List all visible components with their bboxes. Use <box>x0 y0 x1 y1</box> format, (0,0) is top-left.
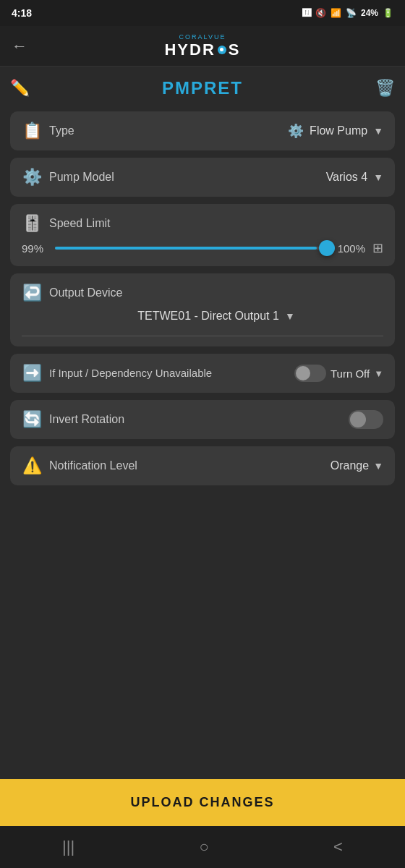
pump-model-row[interactable]: ⚙️ Pump Model Varios 4 ▼ <box>22 168 383 187</box>
speed-slider[interactable] <box>55 247 331 250</box>
output-divider <box>22 336 383 336</box>
calibrate-icon[interactable]: ⊞ <box>372 240 383 256</box>
speed-max-pct: 100% <box>338 242 365 255</box>
type-card: 📋 Type ⚙️ Flow Pump ▼ <box>10 111 395 150</box>
notification-level-label: Notification Level <box>49 459 323 472</box>
output-device-header-row: ↩️ Output Device <box>22 284 383 302</box>
if-input-value: Turn Off <box>331 367 370 380</box>
output-device-dropdown-arrow: ▼ <box>285 310 295 322</box>
status-time: 4:18 <box>12 7 32 19</box>
if-input-control[interactable]: Turn Off ▼ <box>294 365 383 382</box>
notification-icon: ⚠️ <box>22 456 42 475</box>
signal-icon: 📡 <box>346 8 357 18</box>
top-nav: ← CORALVUE HYDR S <box>0 26 405 67</box>
type-dropdown-arrow: ▼ <box>373 125 383 137</box>
nav-home-icon[interactable]: ○ <box>199 838 208 856</box>
speed-controls: 99% 100% ⊞ <box>22 240 383 256</box>
flow-pump-icon: ⚙️ <box>288 123 304 139</box>
main-content: ✏️ PMPRET 🗑️ 📋 Type ⚙️ Flow Pump ▼ ⚙️ Pu… <box>0 67 405 494</box>
output-section: ↩️ Output Device TETWE01 - Direct Output… <box>22 284 383 336</box>
notification-level-card: ⚠️ Notification Level Orange ▼ <box>10 446 395 485</box>
speed-slider-thumb[interactable] <box>319 240 335 256</box>
notification-level-row: ⚠️ Notification Level Orange ▼ <box>22 456 383 475</box>
notification-level-dropdown-arrow: ▼ <box>373 460 383 472</box>
output-device-value-row[interactable]: TETWE01 - Direct Output 1 ▼ <box>22 310 383 323</box>
logo-dot-icon <box>218 46 226 54</box>
wifi-icon: 📶 <box>331 8 341 18</box>
edit-icon[interactable]: ✏️ <box>10 79 30 98</box>
bottom-nav-bar: ||| ○ < <box>0 826 405 868</box>
speed-header: 🎚️ Speed Limit <box>22 214 383 233</box>
speed-current-pct: 99% <box>22 242 48 255</box>
output-device-icon: ↩️ <box>22 284 42 302</box>
invert-rotation-card: 🔄 Invert Rotation <box>10 400 395 439</box>
status-icons: 🅽 🔇 📶 📡 24% 🔋 <box>302 8 393 18</box>
speed-section: 🎚️ Speed Limit 99% 100% ⊞ <box>22 214 383 256</box>
page-title: PMPRET <box>162 78 243 98</box>
type-icon: 📋 <box>22 122 42 140</box>
invert-rotation-label: Invert Rotation <box>49 413 341 426</box>
upload-changes-button[interactable]: UPLOAD CHANGES <box>0 779 405 826</box>
upload-button-container: UPLOAD CHANGES <box>0 779 405 826</box>
output-device-card: ↩️ Output Device TETWE01 - Direct Output… <box>10 273 395 346</box>
if-input-card: ➡️ If Input / Dependency Unavailable Tur… <box>10 354 395 393</box>
invert-rotation-icon: 🔄 <box>22 410 42 429</box>
logo-text-right: S <box>229 41 241 59</box>
speed-slider-fill <box>55 247 317 250</box>
output-device-value: TETWE01 - Direct Output 1 <box>137 310 279 323</box>
speed-limit-label: Speed Limit <box>49 217 111 230</box>
back-button[interactable]: ← <box>12 37 27 56</box>
nfc-icon: 🅽 <box>302 8 311 18</box>
pump-model-value-container[interactable]: Varios 4 ▼ <box>122 171 383 184</box>
status-bar: 4:18 🅽 🔇 📶 📡 24% 🔋 <box>0 0 405 26</box>
notification-level-value: Orange <box>331 459 369 472</box>
pump-model-card: ⚙️ Pump Model Varios 4 ▼ <box>10 158 395 197</box>
pump-model-icon: ⚙️ <box>22 168 42 187</box>
pump-model-value: Varios 4 <box>326 171 368 184</box>
if-input-row: ➡️ If Input / Dependency Unavailable Tur… <box>22 364 383 383</box>
logo-subtitle: CORALVUE <box>179 33 226 41</box>
battery-level: 24% <box>361 8 378 18</box>
app-logo: CORALVUE HYDR S <box>164 33 240 59</box>
volume-icon: 🔇 <box>315 8 326 18</box>
if-input-icon: ➡️ <box>22 364 42 383</box>
type-value: Flow Pump <box>310 124 367 137</box>
invert-rotation-toggle[interactable] <box>349 410 383 429</box>
type-value-container[interactable]: ⚙️ Flow Pump ▼ <box>100 123 383 139</box>
invert-rotation-row: 🔄 Invert Rotation <box>22 410 383 429</box>
if-input-dropdown-arrow: ▼ <box>374 368 383 379</box>
speed-limit-card: 🎚️ Speed Limit 99% 100% ⊞ <box>10 204 395 266</box>
delete-icon[interactable]: 🗑️ <box>375 79 395 98</box>
nav-back-icon[interactable]: < <box>333 838 343 856</box>
type-label: Type <box>49 124 93 137</box>
notification-level-control[interactable]: Orange ▼ <box>331 459 383 472</box>
type-row[interactable]: 📋 Type ⚙️ Flow Pump ▼ <box>22 122 383 140</box>
speed-limit-icon: 🎚️ <box>22 214 42 233</box>
pump-model-label: Pump Model <box>49 171 114 184</box>
logo-title: HYDR S <box>164 41 240 59</box>
pump-model-dropdown-arrow: ▼ <box>373 171 383 183</box>
if-input-label: If Input / Dependency Unavailable <box>49 366 287 380</box>
if-input-toggle[interactable] <box>294 365 326 382</box>
output-device-label: Output Device <box>49 286 122 299</box>
nav-menu-icon[interactable]: ||| <box>62 838 74 856</box>
logo-text-left: HYDR <box>164 41 215 59</box>
battery-icon: 🔋 <box>383 8 393 18</box>
title-row: ✏️ PMPRET 🗑️ <box>10 75 395 104</box>
